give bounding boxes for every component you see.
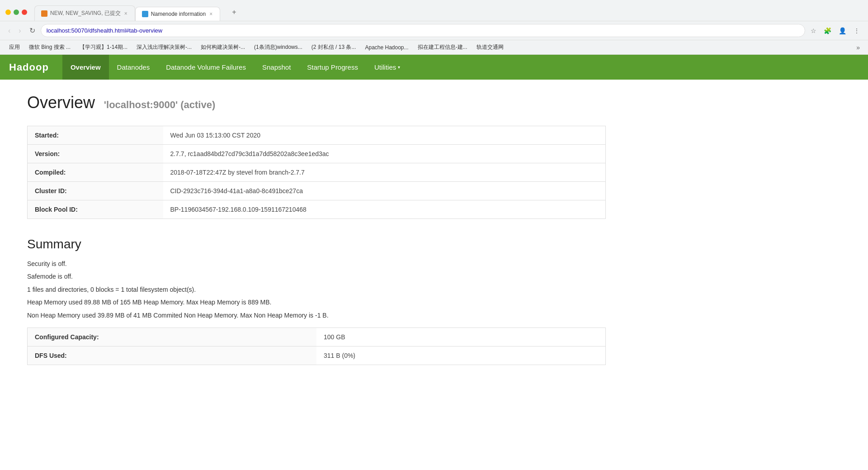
- summary-title: Summary: [27, 237, 606, 252]
- forward-button[interactable]: ›: [16, 25, 24, 37]
- bookmark-label: 微软 Bing 搜索 ...: [29, 43, 71, 51]
- summary-lines: Security is off.Safemode is off.1 files …: [27, 259, 606, 320]
- table-row: Version: 2.7.7, rc1aad84bd27cd79c3d1a7dd…: [28, 145, 606, 163]
- summary-line: 1 files and directories, 0 blocks = 1 to…: [27, 285, 606, 294]
- nav-link-overview[interactable]: Overview: [62, 55, 109, 80]
- bookmark-label: 拟在建工程信息-建...: [418, 43, 467, 51]
- bookmark-label: (1条消息)windows...: [254, 43, 302, 51]
- table-row: Configured Capacity: 100 GB: [28, 328, 606, 346]
- tab-label: NEW, NEW_SAVING, 已提交: [50, 9, 121, 17]
- browser-titlebar: NEW, NEW_SAVING, 已提交 × Namenode informat…: [0, 0, 868, 21]
- bookmark-label: 如何构建决策树-...: [201, 43, 245, 51]
- bookmark-item-8[interactable]: 拟在建工程信息-建...: [414, 42, 471, 52]
- tab-favicon: [142, 11, 148, 17]
- extension-button[interactable]: 🧩: [821, 25, 834, 36]
- window-controls: [5, 9, 27, 15]
- bookmark-item-3[interactable]: 深入浅出理解决策树-...: [133, 42, 195, 52]
- table-cell-label: Started:: [28, 126, 163, 145]
- tab-favicon: [41, 10, 47, 17]
- nav-link-utilities[interactable]: Utilities▾: [366, 55, 408, 80]
- close-window-button[interactable]: [22, 9, 27, 15]
- bookmark-item-1[interactable]: 微软 Bing 搜索 ...: [25, 42, 74, 52]
- nav-link-datanode-volume-failures[interactable]: Datanode Volume Failures: [158, 55, 254, 80]
- browser-tab-tab1[interactable]: NEW, NEW_SAVING, 已提交 ×: [34, 5, 135, 21]
- bookmark-item-0[interactable]: 应用: [5, 42, 24, 52]
- bookmark-label: 【学习观】1-14期...: [80, 43, 127, 51]
- new-tab-button[interactable]: +: [227, 5, 241, 19]
- table-cell-label: Configured Capacity:: [28, 328, 317, 346]
- toolbar-actions: ☆ 🧩 👤 ⋮: [808, 25, 863, 36]
- tab-close-button[interactable]: ×: [208, 11, 213, 17]
- bookmark-item-4[interactable]: 如何构建决策树-...: [197, 42, 249, 52]
- nav-link-startup-progress[interactable]: Startup Progress: [299, 55, 366, 80]
- browser-toolbar: ‹ › ↻ ☆ 🧩 👤 ⋮: [0, 21, 868, 40]
- table-cell-value: 2.7.7, rc1aad84bd27cd79c3d1a7dd58202a8c3…: [163, 145, 606, 163]
- table-cell-label: Block Pool ID:: [28, 200, 163, 219]
- tab-bar: NEW, NEW_SAVING, 已提交 × Namenode informat…: [31, 5, 224, 21]
- table-cell-value: BP-1196034567-192.168.0.109-159116721046…: [163, 200, 606, 219]
- browser-tab-tab2[interactable]: Namenode information ×: [135, 7, 220, 21]
- bookmark-button[interactable]: ☆: [808, 25, 819, 36]
- page-subtitle: 'localhost:9000' (active): [104, 99, 215, 110]
- bookmarks-bar: 应用微软 Bing 搜索 ...【学习观】1-14期...深入浅出理解决策树-.…: [0, 40, 868, 54]
- summary-table: Configured Capacity: 100 GB DFS Used: 31…: [27, 328, 606, 365]
- back-button[interactable]: ‹: [5, 25, 13, 37]
- browser-chrome: NEW, NEW_SAVING, 已提交 × Namenode informat…: [0, 0, 868, 55]
- summary-line: Security is off.: [27, 259, 606, 269]
- dropdown-icon: ▾: [398, 65, 400, 70]
- nav-link-snapshot[interactable]: Snapshot: [254, 55, 299, 80]
- summary-line: Heap Memory used 89.88 MB of 165 MB Heap…: [27, 297, 606, 307]
- bookmark-item-9[interactable]: 轨道交通网: [473, 42, 507, 52]
- table-row: DFS Used: 311 B (0%): [28, 346, 606, 365]
- tab-label: Namenode information: [151, 11, 206, 17]
- page-title: Overview 'localhost:9000' (active): [27, 93, 606, 112]
- account-button[interactable]: 👤: [836, 25, 849, 36]
- menu-button[interactable]: ⋮: [851, 25, 863, 36]
- bookmark-item-2[interactable]: 【学习观】1-14期...: [76, 42, 131, 52]
- bookmark-label: Apache Hadoop...: [365, 44, 408, 51]
- table-cell-label: Version:: [28, 145, 163, 163]
- table-cell-value: 100 GB: [316, 328, 606, 346]
- main-content: Overview 'localhost:9000' (active) Start…: [0, 80, 633, 379]
- table-cell-value: Wed Jun 03 15:13:00 CST 2020: [163, 126, 606, 145]
- bookmark-item-5[interactable]: (1条消息)windows...: [250, 42, 306, 52]
- hadoop-navbar: Hadoop OverviewDatanodesDatanode Volume …: [0, 55, 868, 80]
- tab-close-button[interactable]: ×: [123, 10, 128, 17]
- table-cell-value: 311 B (0%): [316, 346, 606, 365]
- nav-links: OverviewDatanodesDatanode Volume Failure…: [62, 55, 408, 80]
- address-bar[interactable]: [41, 24, 805, 37]
- bookmark-label: 轨道交通网: [476, 43, 504, 51]
- summary-line: Safemode is off.: [27, 271, 606, 281]
- table-row: Started: Wed Jun 03 15:13:00 CST 2020: [28, 126, 606, 145]
- refresh-button[interactable]: ↻: [27, 24, 38, 37]
- bookmark-label: 深入浅出理解决策树-...: [137, 43, 192, 51]
- bookmark-item-6[interactable]: (2 封私信 / 13 条...: [308, 42, 360, 52]
- bookmark-label: 应用: [9, 43, 20, 51]
- table-cell-label: Compiled:: [28, 163, 163, 182]
- bookmark-label: (2 封私信 / 13 条...: [311, 43, 356, 51]
- table-row: Block Pool ID: BP-1196034567-192.168.0.1…: [28, 200, 606, 219]
- nav-link-datanodes[interactable]: Datanodes: [109, 55, 158, 80]
- table-cell-value: 2018-07-18T22:47Z by stevel from branch-…: [163, 163, 606, 182]
- table-cell-label: Cluster ID:: [28, 182, 163, 200]
- summary-line: Non Heap Memory used 39.89 MB of 41 MB C…: [27, 310, 606, 320]
- table-cell-label: DFS Used:: [28, 346, 317, 365]
- maximize-button[interactable]: [14, 9, 19, 15]
- table-row: Cluster ID: CID-2923c716-394d-41a1-a8a0-…: [28, 182, 606, 200]
- bookmark-item-7[interactable]: Apache Hadoop...: [361, 43, 412, 52]
- table-cell-value: CID-2923c716-394d-41a1-a8a0-8c491bce27ca: [163, 182, 606, 200]
- bookmarks-more-button[interactable]: »: [854, 43, 863, 52]
- minimize-button[interactable]: [5, 9, 11, 15]
- info-table: Started: Wed Jun 03 15:13:00 CST 2020 Ve…: [27, 126, 606, 219]
- hadoop-brand: Hadoop: [9, 62, 49, 73]
- table-row: Compiled: 2018-07-18T22:47Z by stevel fr…: [28, 163, 606, 182]
